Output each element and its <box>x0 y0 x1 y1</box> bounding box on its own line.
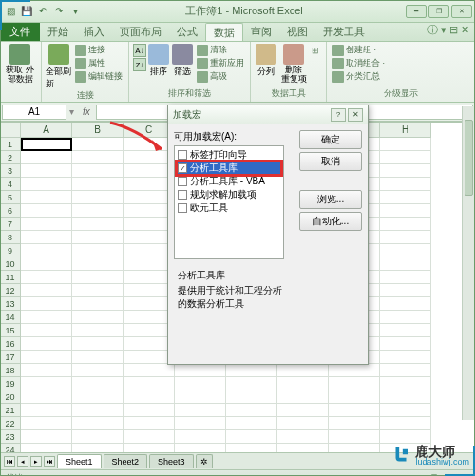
cell[interactable] <box>226 377 277 390</box>
cell[interactable] <box>21 337 72 351</box>
scrollbar-thumb[interactable] <box>465 120 473 196</box>
cell[interactable] <box>72 231 124 244</box>
cell[interactable] <box>175 364 226 377</box>
reapply-button[interactable]: 重新应用 <box>195 57 246 69</box>
tab-dev[interactable]: 开发工具 <box>315 23 372 41</box>
new-sheet-button[interactable]: ✲ <box>196 454 213 468</box>
cell[interactable] <box>72 164 124 178</box>
undo-icon[interactable]: ↶ <box>36 5 49 18</box>
minimize-button[interactable]: ━ <box>406 5 427 18</box>
addin-item[interactable]: 分析工具库 - VBA <box>177 175 281 188</box>
cell[interactable] <box>21 231 72 244</box>
cell[interactable] <box>380 311 431 324</box>
row-header[interactable]: 2 <box>0 151 21 164</box>
cell[interactable] <box>72 297 124 311</box>
sheet-nav-next[interactable]: ▸ <box>30 456 42 467</box>
row-header[interactable]: 10 <box>0 257 21 271</box>
addins-listbox[interactable]: 标签打印向导✓分析工具库分析工具库 - VBA规划求解加载项欧元工具 <box>174 145 284 259</box>
row-header[interactable]: 24 <box>0 444 21 452</box>
row-header[interactable]: 18 <box>0 364 21 377</box>
advanced-button[interactable]: 高级 <box>195 70 246 83</box>
cell[interactable] <box>277 417 329 430</box>
automation-button[interactable]: 自动化... <box>299 212 362 231</box>
column-header[interactable]: B <box>72 123 124 138</box>
sheet-nav-last[interactable]: ⏭ <box>44 456 55 467</box>
cell[interactable] <box>329 364 380 377</box>
ok-button[interactable]: 确定 <box>299 130 362 149</box>
cell[interactable] <box>380 204 431 218</box>
row-header[interactable]: 23 <box>0 430 21 444</box>
connections-button[interactable]: 连接 <box>73 44 124 56</box>
cell[interactable] <box>72 444 124 452</box>
dialog-title-bar[interactable]: 加载宏 ? ✕ <box>168 105 368 124</box>
cell[interactable] <box>380 191 431 204</box>
cell[interactable] <box>21 257 72 271</box>
cell[interactable] <box>329 444 380 452</box>
name-box[interactable]: A1 <box>2 105 66 120</box>
tab-data[interactable]: 数据 <box>205 23 243 41</box>
cell[interactable] <box>72 271 124 284</box>
row-header[interactable]: 15 <box>0 324 21 337</box>
browse-button[interactable]: 浏览... <box>299 190 362 209</box>
data-validation-icon[interactable]: ⊞ <box>310 44 322 57</box>
cell[interactable] <box>277 377 329 390</box>
tab-home[interactable]: 开始 <box>40 23 76 41</box>
filter-button[interactable]: 筛选 <box>172 44 194 78</box>
cell[interactable] <box>21 204 72 218</box>
cell[interactable] <box>380 297 431 311</box>
cell[interactable] <box>124 364 175 377</box>
cell[interactable] <box>72 284 124 297</box>
cell[interactable] <box>72 390 124 404</box>
row-header[interactable]: 1 <box>0 138 21 151</box>
cell[interactable] <box>277 364 329 377</box>
cell[interactable] <box>124 430 175 444</box>
cell[interactable] <box>329 404 380 417</box>
row-header[interactable]: 6 <box>0 204 21 218</box>
cell[interactable] <box>21 297 72 311</box>
cell[interactable] <box>72 364 124 377</box>
tab-layout[interactable]: 页面布局 <box>112 23 169 41</box>
cell[interactable] <box>380 244 431 257</box>
cell[interactable] <box>175 417 226 430</box>
tab-formula[interactable]: 公式 <box>169 23 205 41</box>
sheet-nav-first[interactable]: ⏮ <box>4 456 15 467</box>
cell[interactable] <box>72 324 124 337</box>
cell[interactable] <box>380 390 431 404</box>
cell[interactable] <box>21 351 72 364</box>
cell[interactable] <box>21 430 72 444</box>
addin-item[interactable]: 标签打印向导 <box>177 148 281 162</box>
cell[interactable] <box>21 444 72 452</box>
cell[interactable] <box>72 417 124 430</box>
cell[interactable] <box>175 404 226 417</box>
ungroup-button[interactable]: 取消组合 · <box>331 57 387 69</box>
cell[interactable] <box>380 430 431 444</box>
cell[interactable] <box>226 364 277 377</box>
sheet-nav-prev[interactable]: ◂ <box>17 456 28 467</box>
cell[interactable] <box>277 444 329 452</box>
row-header[interactable]: 20 <box>0 390 21 404</box>
cell[interactable] <box>72 151 124 164</box>
column-header[interactable]: H <box>380 123 431 138</box>
subtotal-button[interactable]: 分类汇总 <box>331 70 387 83</box>
cell[interactable] <box>72 191 124 204</box>
addin-item[interactable]: 规划求解加载项 <box>177 188 281 201</box>
fx-icon[interactable]: fx <box>77 106 96 117</box>
cell[interactable] <box>226 390 277 404</box>
sheet-tab-1[interactable]: Sheet1 <box>57 454 102 468</box>
cell[interactable] <box>277 430 329 444</box>
cell[interactable] <box>21 377 72 390</box>
tab-insert[interactable]: 插入 <box>76 23 112 41</box>
redo-icon[interactable]: ↷ <box>52 5 66 18</box>
save-icon[interactable]: 💾 <box>20 5 33 18</box>
cell[interactable] <box>380 138 431 151</box>
cell[interactable] <box>175 444 226 452</box>
sheet-tab-2[interactable]: Sheet2 <box>104 454 148 468</box>
dialog-help-button[interactable]: ? <box>331 108 346 122</box>
cell[interactable] <box>21 271 72 284</box>
sort-desc-button[interactable]: Z↓ <box>133 58 146 71</box>
cell[interactable] <box>72 337 124 351</box>
cell[interactable] <box>21 178 72 191</box>
cell[interactable] <box>21 390 72 404</box>
row-header[interactable]: 14 <box>0 311 21 324</box>
cell[interactable] <box>124 390 175 404</box>
